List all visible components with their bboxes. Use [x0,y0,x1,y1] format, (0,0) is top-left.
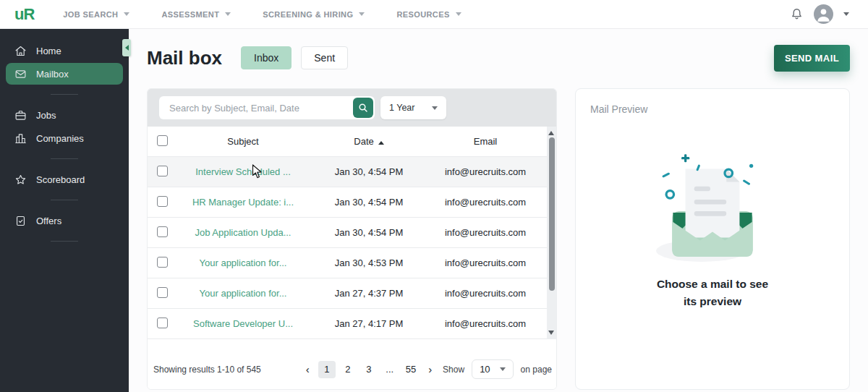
top-nav-item[interactable]: SCREENING & HIRING [263,10,365,19]
search-input[interactable] [169,103,353,114]
user-avatar[interactable] [814,4,833,24]
top-bar-actions [790,4,849,24]
page-number-button[interactable]: ... [381,361,399,378]
sidebar-divider [51,200,78,200]
row-checkbox[interactable] [157,166,168,176]
top-nav-item[interactable]: JOB SEARCH [63,10,129,19]
next-page-button[interactable]: › [423,363,437,375]
sidebar-item[interactable]: Mailbox [6,63,123,85]
previous-page-button[interactable]: ‹ [301,363,315,375]
mail-subject-link[interactable]: Your application for... [172,288,314,299]
main-content: Mail box InboxSent SEND MAIL 1 Year [129,29,868,392]
sidebar-item-label: Mailbox [36,69,69,80]
mail-email: info@urecruits.com [424,166,547,177]
page-number-button[interactable]: 1 [318,361,336,378]
offers-icon [14,215,27,227]
content-row: 1 Year Subject Date Email [147,88,850,390]
send-mail-button[interactable]: SEND MAIL [774,45,850,72]
mail-date: Jan 30, 4:54 PM [314,166,424,177]
chevron-down-icon [359,12,365,16]
scroll-down-icon[interactable] [548,331,554,335]
preview-empty-message: Choose a mail to see its preview [590,276,835,310]
mail-row[interactable]: Interview Scheduled ... Jan 30, 4:54 PM … [148,157,547,187]
mail-date: Jan 27, 4:37 PM [314,288,424,299]
search-icon [357,102,369,114]
select-all-checkbox[interactable] [157,135,168,146]
mailbox-icon [14,68,27,80]
row-checkbox[interactable] [157,318,168,328]
mail-subject-link[interactable]: Job Application Upda... [172,227,314,238]
sidebar-item[interactable]: Home [6,40,123,61]
mail-date: Jan 27, 4:17 PM [314,318,424,329]
row-checkbox[interactable] [157,196,168,207]
mailbox-tab[interactable]: Inbox [241,46,292,69]
sidebar-divider [51,94,78,95]
mail-date: Jan 30, 4:54 PM [314,197,424,208]
sidebar: Home Mailbox Jobs Companies Scoreboard O… [0,29,129,392]
column-header-subject[interactable]: Subject [172,136,314,147]
mail-row[interactable]: Your application for... Jan 30, 4:53 PM … [148,248,547,278]
scroll-up-icon[interactable] [548,131,554,135]
sidebar-collapse-button[interactable] [122,39,131,56]
chevron-down-icon [456,12,461,16]
scrollbar[interactable] [547,127,556,339]
mail-subject-link[interactable]: Your application for... [172,257,314,268]
on-page-label: on page [521,365,552,375]
row-checkbox[interactable] [157,226,168,237]
search-button[interactable] [353,98,373,118]
chevron-down-icon [124,12,129,16]
show-label: Show [443,365,464,375]
mail-row[interactable]: Your application for... Jan 27, 4:37 PM … [148,278,547,309]
mail-date: Jan 30, 4:53 PM [314,257,424,268]
mail-subject-link[interactable]: Interview Scheduled ... [172,166,314,177]
page-number-button[interactable]: 2 [339,361,357,378]
per-page-value: 10 [480,364,490,375]
mail-email: info@urecruits.com [424,288,547,299]
top-bar: uR JOB SEARCH ASSESSMENT SCREENING & HIR… [0,0,868,29]
mail-subject-link[interactable]: HR Manager Update: i... [172,197,314,208]
sidebar-item[interactable]: Companies [6,127,123,149]
sidebar-item[interactable]: Offers [6,210,123,231]
mail-table: Subject Date Email Interview Scheduled .… [148,127,547,339]
column-header-email[interactable]: Email [424,136,547,147]
chevron-down-icon [500,367,506,371]
mailbox-tab[interactable]: Sent [301,46,348,69]
mail-row[interactable]: Software Developer U... Jan 27, 4:17 PM … [148,309,547,339]
mail-table-zone: Subject Date Email Interview Scheduled .… [148,127,556,339]
mail-preview-panel: Mail Preview [575,88,850,390]
chevron-down-icon [225,12,231,16]
top-nav-item-label: ASSESSMENT [161,10,219,19]
top-nav-item[interactable]: ASSESSMENT [161,10,231,19]
sidebar-item[interactable]: Scoreboard [6,169,123,190]
page-number-button[interactable]: 55 [402,361,420,378]
page-title: Mail box [147,47,222,69]
sidebar-item[interactable]: Jobs [6,104,123,126]
per-page-dropdown[interactable]: 10 [472,359,513,379]
mail-row[interactable]: Job Application Upda... Jan 30, 4:54 PM … [148,218,547,248]
row-checkbox[interactable] [157,257,168,268]
page-number-button[interactable]: 3 [360,361,378,378]
period-filter-dropdown[interactable]: 1 Year [380,96,446,119]
scrollbar-thumb[interactable] [549,137,555,291]
period-filter-value: 1 Year [389,103,414,113]
account-menu-chevron-icon[interactable] [843,12,849,16]
app-logo[interactable]: uR [14,5,34,24]
home-icon [14,45,27,57]
chevron-down-icon [432,106,438,110]
top-navigation: JOB SEARCH ASSESSMENT SCREENING & HIRING… [63,10,461,19]
sort-ascending-icon [378,141,384,145]
row-checkbox[interactable] [157,287,168,298]
app-layout: Home Mailbox Jobs Companies Scoreboard O… [0,29,868,392]
mail-email: info@urecruits.com [424,257,547,268]
preview-title: Mail Preview [590,103,835,115]
sidebar-item-label: Scoreboard [36,174,85,185]
table-header-row: Subject Date Email [148,127,547,157]
chevron-left-icon [125,45,129,51]
column-header-date[interactable]: Date [314,136,424,147]
top-nav-item[interactable]: RESOURCES [396,10,461,19]
notifications-bell-icon[interactable] [790,7,804,21]
mail-email: info@urecruits.com [424,318,547,329]
page-header: Mail box InboxSent SEND MAIL [147,44,850,72]
mail-row[interactable]: HR Manager Update: i... Jan 30, 4:54 PM … [148,187,547,218]
mail-subject-link[interactable]: Software Developer U... [172,318,314,329]
